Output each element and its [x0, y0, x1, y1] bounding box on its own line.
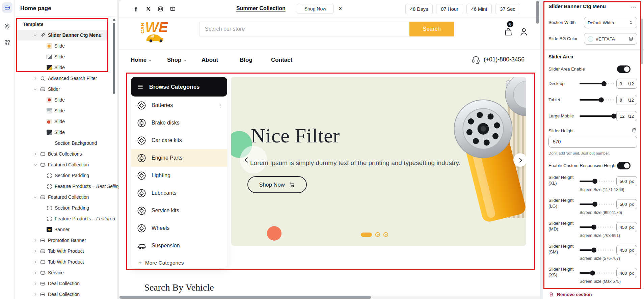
- large-mobile-range-slider[interactable]: [580, 113, 614, 119]
- height-xl-range-slider[interactable]: [580, 179, 614, 184]
- search-input[interactable]: [199, 22, 409, 36]
- category-suspension[interactable]: Suspension: [131, 237, 227, 254]
- tree-item-slide[interactable]: Slide: [17, 116, 108, 127]
- sidebar-scrollbar[interactable]: [113, 23, 115, 94]
- tree-item-service[interactable]: Service: [17, 267, 108, 278]
- height-md-range-slider[interactable]: [580, 224, 614, 230]
- announcement-link[interactable]: Summer Collection: [236, 5, 286, 11]
- tablet-range-slider[interactable]: [580, 97, 614, 103]
- tree-item-deal-collection[interactable]: Deal Collection: [17, 289, 108, 299]
- search-button[interactable]: Search: [409, 22, 454, 36]
- tree-item-best-collections[interactable]: Best Collections: [17, 148, 108, 159]
- height-sm-value[interactable]: 450px: [616, 245, 637, 255]
- height-md-value[interactable]: 450px: [616, 222, 637, 232]
- tree-item-feature-products-featured[interactable]: Feature Products –Featured: [17, 213, 108, 224]
- slider-prev-arrow[interactable]: [243, 156, 251, 164]
- hero-shop-now-button[interactable]: Shop Now: [247, 176, 307, 193]
- support-phone[interactable]: (+01)-800-3456: [472, 55, 525, 64]
- height-xs-range-slider[interactable]: [580, 270, 614, 276]
- nav-contact[interactable]: Contact: [271, 57, 292, 63]
- hamburger-icon: [137, 83, 144, 90]
- tree-item-feature-products-best-selling[interactable]: Feature Products –Best Selling: [17, 181, 108, 192]
- tree-item-slide[interactable]: Slide: [17, 127, 108, 138]
- x-twitter-icon[interactable]: [145, 6, 152, 12]
- tree-item-featured-collection[interactable]: Featured Collection: [17, 159, 108, 170]
- tree-item-slide[interactable]: Slide: [17, 105, 108, 116]
- responsive-height-toggle[interactable]: [617, 162, 630, 169]
- tree-item-slider-banner-ctg-menu[interactable]: Slider Banner Ctg Menu: [17, 30, 108, 40]
- account-icon[interactable]: [519, 27, 529, 36]
- height-lg-range-slider[interactable]: [580, 201, 614, 207]
- category-engine-parts[interactable]: Engine Parts: [131, 149, 227, 167]
- tree-item-slide[interactable]: Slide: [17, 40, 108, 51]
- tree-item-deal-collection[interactable]: Deal Collection: [17, 278, 108, 289]
- nav-home[interactable]: Home: [131, 57, 152, 63]
- nav-shop[interactable]: Shop: [167, 57, 187, 63]
- category-wheels[interactable]: Wheels: [131, 219, 227, 237]
- sidebar-scroll-up-arrow[interactable]: [113, 18, 115, 21]
- pagination-dot[interactable]: [383, 232, 388, 237]
- tree-item-advanced-search-filter[interactable]: Advanced Search Filter: [17, 73, 108, 84]
- remove-section-button[interactable]: Remove section: [548, 292, 592, 297]
- height-lg-value[interactable]: 500px: [616, 199, 637, 209]
- pagination-dot[interactable]: [375, 232, 380, 237]
- section-icon: [40, 248, 46, 254]
- desktop-range-slider[interactable]: [580, 81, 614, 86]
- pagination-dot-active[interactable]: [361, 233, 372, 237]
- tree-item-featured-collection[interactable]: Featured Collection: [17, 192, 108, 202]
- section-width-select[interactable]: Default Width: [584, 17, 637, 28]
- large-mobile-value[interactable]: 12/12: [616, 111, 637, 121]
- color-swatch[interactable]: [588, 36, 593, 42]
- slider-area-enable-toggle[interactable]: [617, 65, 630, 73]
- category-lighting[interactable]: Lighting: [131, 167, 227, 184]
- slider-next-arrow[interactable]: [513, 153, 526, 167]
- preview-vertical-scrollbar[interactable]: [536, 1, 539, 24]
- tree-item-slide[interactable]: Slide: [17, 51, 108, 62]
- tree-item-tab-with-product[interactable]: Tab With Product: [17, 256, 108, 267]
- tree-item-section-padding[interactable]: Section Padding: [17, 170, 108, 181]
- more-categories-button[interactable]: +More Categories: [131, 254, 227, 271]
- plus-icon: +: [138, 260, 142, 266]
- tablet-value[interactable]: 8/12: [616, 95, 637, 105]
- tree-item-slide[interactable]: Slide: [17, 94, 108, 105]
- category-brake-disks[interactable]: Brake disks: [131, 114, 227, 132]
- tree-item-section-padding[interactable]: Section Padding: [17, 202, 108, 213]
- slider-height-input[interactable]: [548, 136, 637, 148]
- activity-sections-button[interactable]: [2, 2, 12, 13]
- tree-item-slide[interactable]: Slide: [17, 62, 108, 73]
- tree-item-tab-with-product[interactable]: Tab With Product: [17, 246, 108, 256]
- tree-item-section-background[interactable]: Section Background: [17, 138, 108, 148]
- chevron-down-icon: [33, 195, 37, 199]
- chevron-right-icon: [33, 249, 37, 253]
- cart-icon[interactable]: [504, 27, 513, 36]
- browse-categories-header[interactable]: Browse Categories: [131, 77, 227, 97]
- slide-bg-color-input[interactable]: #EFFAFA: [584, 33, 637, 45]
- desktop-value[interactable]: 9/12: [616, 79, 637, 89]
- announcement-shop-now-button[interactable]: Shop Now: [297, 4, 334, 14]
- instagram-icon[interactable]: [157, 6, 164, 12]
- category-batteries[interactable]: Batteries: [131, 97, 227, 114]
- height-sm-range-slider[interactable]: [580, 247, 614, 253]
- preview-horizontal-scrollbar[interactable]: [119, 296, 371, 299]
- announcement-close-button[interactable]: X: [339, 6, 342, 11]
- category-car-care-kits[interactable]: Car care kits: [131, 132, 227, 149]
- category-service-kits[interactable]: Service kits: [131, 202, 227, 219]
- height-xl-value[interactable]: 500px: [616, 176, 637, 186]
- nav-about[interactable]: About: [202, 57, 218, 63]
- facebook-icon[interactable]: [133, 6, 139, 12]
- tree-item-banner[interactable]: Banner: [17, 224, 108, 235]
- section-width-field: Section Width Default Width: [548, 17, 637, 28]
- category-lubricants[interactable]: Lubricants: [131, 184, 227, 202]
- kebab-menu-icon[interactable]: [630, 4, 637, 10]
- youtube-icon[interactable]: [169, 6, 176, 12]
- tree-item-promotion-banner[interactable]: Promotion Banner: [17, 235, 108, 246]
- activity-settings-button[interactable]: [0, 23, 15, 29]
- dynamic-source-icon[interactable]: [628, 36, 634, 42]
- store-logo[interactable]: CAR WE: [140, 20, 168, 34]
- activity-apps-button[interactable]: [0, 39, 15, 46]
- height-xs-value[interactable]: 400px: [616, 268, 637, 278]
- nav-blog[interactable]: Blog: [240, 57, 252, 63]
- dynamic-source-icon[interactable]: [632, 128, 637, 133]
- settings-panel-scrollbar[interactable]: [641, 19, 643, 64]
- tree-item-slider[interactable]: Slider: [17, 84, 108, 94]
